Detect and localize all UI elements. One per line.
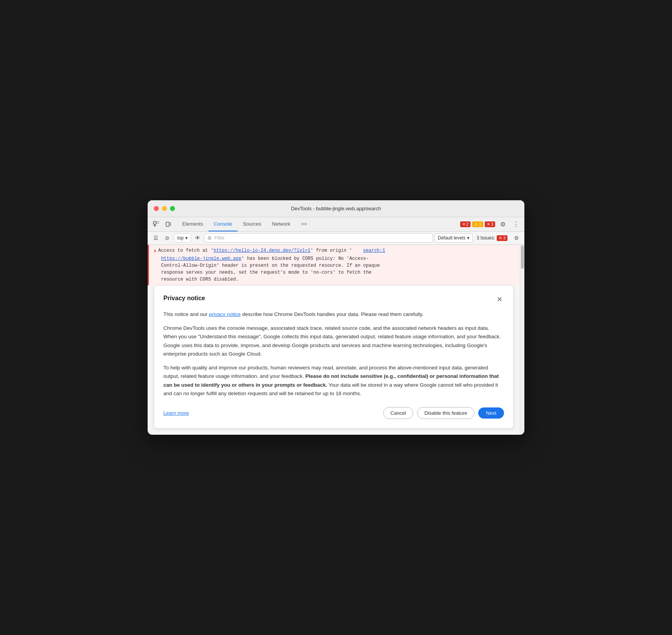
cors-error-url2[interactable]: https://bubble-jingle.web.app	[161, 256, 241, 261]
badge-group: ✕ 2 ⚠ 1 ✕ 3	[460, 221, 495, 227]
dialog-paragraph2: Chrome DevTools uses the console message…	[163, 324, 504, 358]
console-area: ✕ Access to fetch at 'https://hello-io-2…	[148, 245, 524, 435]
info-badge: ✕ 3	[485, 221, 495, 227]
svg-rect-0	[153, 221, 156, 224]
dialog-body: This notice and our privacy notice descr…	[163, 310, 504, 398]
tab-network[interactable]: Network	[267, 217, 296, 231]
dialog-paragraph3: To help with quality and improve our pro…	[163, 364, 504, 398]
levels-select[interactable]: Default levels ▾	[434, 233, 473, 243]
tab-more[interactable]: >>	[296, 217, 312, 231]
more-options-icon[interactable]: ⋮	[511, 219, 521, 229]
tab-console[interactable]: Console	[208, 217, 238, 231]
sidebar-toggle-icon[interactable]: ☰	[151, 233, 161, 243]
issues-count-badge: ✕ 3	[497, 235, 507, 241]
privacy-notice-link[interactable]: privacy notice	[209, 311, 241, 317]
dialog-close-button[interactable]: ✕	[495, 295, 504, 304]
window-title: DevTools - bubble-jingle.web.app/search	[291, 206, 381, 211]
learn-more-link[interactable]: Learn more	[163, 410, 189, 416]
devtools-window: DevTools - bubble-jingle.web.app/search	[148, 200, 524, 435]
scrollbar[interactable]	[520, 245, 524, 435]
error-badge: ✕ 2	[460, 221, 471, 227]
settings-icon[interactable]: ⚙	[497, 219, 508, 229]
minimize-traffic-light[interactable]	[162, 206, 167, 211]
main-area: ✕ Access to fetch at 'https://hello-io-2…	[148, 245, 520, 435]
titlebar: DevTools - bubble-jingle.web.app/search	[148, 200, 524, 217]
fullscreen-traffic-light[interactable]	[170, 206, 175, 211]
filter-input-container[interactable]: ⊞ Filter	[204, 233, 433, 243]
traffic-lights	[154, 206, 175, 211]
cors-error-url1[interactable]: https://hello-io-24.deno.dev/?lvl=1	[213, 248, 310, 253]
cancel-button[interactable]: Cancel	[383, 407, 413, 419]
scrollbar-thumb[interactable]	[521, 246, 524, 269]
tab-elements[interactable]: Elements	[177, 217, 208, 231]
next-button[interactable]: Next	[478, 407, 504, 419]
context-chevron-icon: ▾	[185, 235, 188, 241]
close-traffic-light[interactable]	[154, 206, 159, 211]
levels-chevron-icon: ▾	[467, 235, 469, 241]
dialog-title: Privacy notice	[163, 295, 205, 302]
filter-icon: ⊞	[208, 235, 211, 241]
issues-badge: 3 Issues: ✕ 3	[474, 234, 510, 242]
tab-actions: ✕ 2 ⚠ 1 ✕ 3 ⚙ ⋮	[460, 219, 521, 229]
cors-error-row: ✕ Access to fetch at 'https://hello-io-2…	[148, 245, 520, 285]
select-element-icon[interactable]	[151, 219, 161, 229]
cors-error-source[interactable]: search:1	[363, 248, 385, 253]
context-select[interactable]: top ▾	[174, 233, 191, 243]
tab-icons	[151, 219, 174, 229]
console-toolbar: ☰ ⊘ top ▾ 👁 ⊞ Filter Default levels ▾ 3 …	[148, 232, 524, 245]
disable-feature-button[interactable]: Disable this feature	[417, 407, 474, 419]
privacy-dialog: Privacy notice ✕ This notice and our pri…	[154, 285, 514, 429]
dialog-footer-actions: Cancel Disable this feature Next	[383, 407, 504, 419]
dialog-header: Privacy notice ✕	[163, 295, 504, 304]
eye-icon[interactable]: 👁	[193, 233, 203, 243]
dialog-footer: Learn more Cancel Disable this feature N…	[163, 407, 504, 419]
svg-rect-4	[166, 222, 169, 226]
tab-bar: Elements Console Sources Network >> ✕ 2 …	[148, 217, 524, 232]
dialog-paragraph1: This notice and our privacy notice descr…	[163, 310, 504, 319]
issues-settings-icon[interactable]: ⚙	[511, 233, 521, 243]
warning-badge: ⚠ 1	[472, 221, 483, 227]
device-toolbar-icon[interactable]	[163, 219, 174, 229]
tab-sources[interactable]: Sources	[238, 217, 267, 231]
error-icon: ✕	[153, 247, 156, 255]
clear-console-icon[interactable]: ⊘	[162, 233, 172, 243]
svg-rect-1	[157, 221, 159, 223]
